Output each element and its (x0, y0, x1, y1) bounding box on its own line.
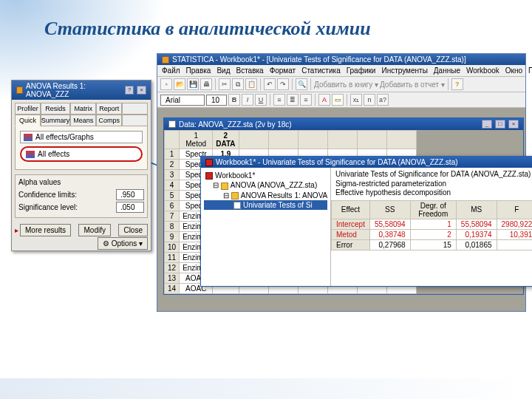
footer-decoration (0, 378, 532, 399)
more-results-button[interactable]: More results (20, 224, 71, 236)
menu-data[interactable]: Данные (434, 66, 460, 75)
underline-button[interactable]: U (255, 94, 267, 106)
format-toolbar: Arial 10 B I U ≡ ≣ ≡ A ▭ x₁ n a? (157, 92, 525, 108)
alpha-values-label: Alpha values (18, 178, 144, 186)
cases-icon[interactable]: n (364, 94, 375, 106)
align-left-icon[interactable]: ≡ (273, 94, 285, 106)
close-icon[interactable]: × (508, 120, 519, 129)
anova-results-dialog: ANOVA Results 1: ANOVA_ZZZ ? × Profiler … (11, 80, 151, 251)
maximize-icon[interactable]: □ (495, 120, 505, 129)
tree-anova[interactable]: ⊟ ANOVA (ANOVA_ZZZ.sta) (204, 180, 327, 190)
tab-summary[interactable]: Summary (41, 115, 71, 126)
table-row[interactable]: Metod0,3874820,1937410,3910,001473 (332, 229, 533, 239)
result-header-2: Sigma-restricted parameterization (335, 180, 532, 189)
menu-help[interactable]: Помощь (528, 66, 532, 75)
workbook-icon (205, 159, 213, 166)
minimize-icon[interactable]: _ (482, 120, 492, 129)
menu-view[interactable]: Вид (216, 66, 230, 75)
menu-workbook[interactable]: Workbook (466, 66, 499, 75)
fill-color-icon[interactable]: ▭ (332, 94, 344, 106)
spreadsheet-icon (168, 120, 176, 128)
italic-button[interactable]: I (242, 94, 253, 106)
tab-quick[interactable]: Quick (15, 115, 41, 126)
significance-level-input[interactable]: .050 (116, 202, 144, 213)
undo-icon[interactable]: ↶ (264, 78, 276, 90)
tab-comps[interactable]: Comps (96, 115, 122, 126)
standard-toolbar: ▫ 📂 💾 🖶 ✂ ⧉ 📋 ↶ ↷ 🔍 Добавить в книгу ▾ Д… (157, 77, 525, 92)
new-icon[interactable]: ▫ (160, 78, 172, 90)
table-row[interactable]: Intercept55,58094155,580942980,9220,0000… (332, 219, 533, 229)
all-effects-graphs-button[interactable]: All effects/Graphs (20, 131, 143, 143)
workbook-tree[interactable]: Workbook1* ⊟ ANOVA (ANOVA_ZZZ.sta) ⊟ ANO… (201, 168, 331, 286)
statistica-main-window: STATISTICA - Workbook1* - [Univariate Te… (157, 53, 526, 312)
menu-file[interactable]: Файл (162, 66, 180, 75)
significance-level-label: Significance level: (18, 203, 78, 211)
help-format-icon[interactable]: a? (377, 94, 389, 106)
workbook-title-text: Workbook1* - Univariate Tests of Signifi… (216, 158, 458, 166)
result-header-3: Effective hypothesis decomposition (335, 188, 532, 198)
summary-icon (24, 134, 33, 141)
tab-matrix[interactable]: Matrix (70, 103, 96, 115)
close-button[interactable]: Close (118, 224, 148, 236)
menu-format[interactable]: Формат (270, 66, 296, 75)
workbook-titlebar[interactable]: Workbook1* - Univariate Tests of Signifi… (201, 157, 532, 168)
copy-icon[interactable]: ⧉ (232, 78, 244, 90)
workbook-results-window: Workbook1* - Univariate Tests of Signifi… (200, 156, 532, 287)
anova-results-pane: Univariate Tests of Significance for DAT… (331, 168, 532, 286)
tab-report[interactable]: Report (96, 103, 122, 115)
main-titlebar[interactable]: STATISTICA - Workbook1* - [Univariate Te… (157, 54, 525, 65)
data-title-text: Data: ANOVA_ZZZ.sta (2v by 18c) (179, 120, 292, 129)
tab-blank1[interactable] (122, 103, 148, 115)
options-button[interactable]: ⚙ Options ▾ (98, 237, 148, 250)
tree-univariate-tests[interactable]: Univariate Tests of Si (204, 200, 327, 210)
dialog-tabs: Profiler Resids Matrix Report Quick Summ… (15, 103, 148, 126)
page-title: Статистика в аналитической химии (44, 18, 371, 40)
help-button[interactable]: ? (125, 86, 134, 95)
menu-edit[interactable]: Правка (186, 66, 211, 75)
summary-icon (26, 151, 35, 158)
cut-icon[interactable]: ✂ (219, 78, 231, 90)
font-size-select[interactable]: 10 (206, 95, 227, 106)
expand-icon: ▸ (15, 226, 18, 234)
tree-anova-results[interactable]: ⊟ ANOVA Results 1: ANOVA (204, 191, 327, 200)
gear-icon: ⚙ (103, 239, 109, 248)
tab-blank2[interactable] (122, 115, 148, 126)
statistica-icon (162, 56, 169, 64)
add-to-workbook-button[interactable]: Добавить в книгу ▾ (314, 81, 378, 89)
dialog-titlebar[interactable]: ANOVA Results 1: ANOVA_ZZZ ? × (12, 81, 151, 100)
print-icon[interactable]: 🖶 (200, 78, 212, 90)
menu-insert[interactable]: Вставка (236, 66, 263, 75)
paste-icon[interactable]: 📋 (245, 78, 257, 90)
redo-icon[interactable]: ↷ (277, 78, 289, 90)
bold-button[interactable]: B (228, 94, 240, 106)
tab-means[interactable]: Means (70, 115, 96, 126)
dialog-title: ANOVA Results 1: ANOVA_ZZZ (26, 82, 119, 98)
save-icon[interactable]: 💾 (187, 78, 199, 90)
tab-resids[interactable]: Resids (41, 103, 71, 115)
main-title-text: STATISTICA - Workbook1* - [Univariate Te… (172, 55, 466, 64)
vars-icon[interactable]: x₁ (350, 94, 362, 106)
data-titlebar[interactable]: Data: ANOVA_ZZZ.sta (2v by 18c) _ □ × (164, 118, 523, 130)
menu-stats[interactable]: Статистика (301, 66, 341, 75)
table-row[interactable]: Error0,27968150,01865 (332, 239, 533, 250)
close-icon[interactable]: × (137, 86, 146, 95)
result-header-1: Univariate Tests of Significance for DAT… (335, 170, 532, 180)
align-center-icon[interactable]: ≣ (287, 94, 299, 106)
confidence-limits-input[interactable]: .950 (116, 189, 144, 200)
all-effects-button[interactable]: All effects (20, 146, 143, 162)
menu-graphs[interactable]: Графики (347, 66, 376, 75)
alpha-values-group: Alpha values Confidence limits: .950 Sig… (15, 174, 148, 218)
menu-tools[interactable]: Инструменты (381, 66, 427, 75)
tree-root[interactable]: Workbook1* (204, 171, 327, 180)
help-icon[interactable]: ? (451, 78, 463, 90)
modify-button[interactable]: Modify (78, 224, 110, 236)
add-to-report-button[interactable]: Добавить в отчет ▾ (380, 81, 445, 89)
anova-results-table[interactable]: Effect SS Degr. of Freedom MS F p Interc… (331, 200, 532, 250)
font-color-icon[interactable]: A (318, 94, 330, 106)
align-right-icon[interactable]: ≡ (300, 94, 312, 106)
menu-window[interactable]: Окно (505, 66, 522, 75)
open-icon[interactable]: 📂 (174, 78, 185, 90)
tab-profiler[interactable]: Profiler (15, 103, 41, 115)
font-name-select[interactable]: Arial (160, 95, 205, 106)
find-icon[interactable]: 🔍 (296, 78, 307, 90)
